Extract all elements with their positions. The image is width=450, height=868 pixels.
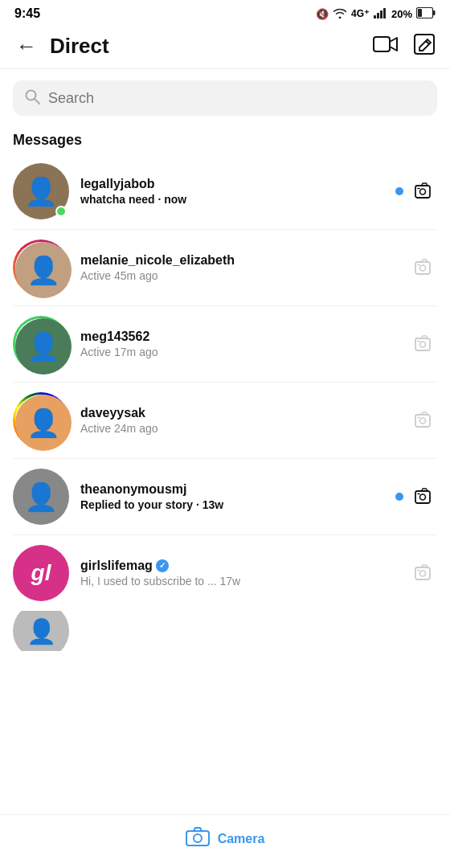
- bottom-camera-label: Camera: [218, 832, 265, 846]
- message-list: 👤 legallyjabob whatcha need · now 👤: [0, 154, 450, 651]
- message-info: melanie_nicole_elizabeth Active 45m ago: [80, 253, 408, 282]
- camera-icon[interactable]: [415, 564, 437, 582]
- svg-rect-17: [415, 338, 430, 350]
- message-preview: Active 24m ago: [80, 422, 408, 435]
- header-title: Direct: [50, 34, 109, 59]
- svg-rect-29: [186, 831, 209, 845]
- bottom-bar: Camera: [0, 814, 450, 868]
- status-time: 9:45: [14, 6, 40, 21]
- message-info: theanonymousmj Replied to your story · 1…: [80, 482, 389, 511]
- svg-point-27: [420, 571, 426, 576]
- message-username: melanie_nicole_elizabeth: [80, 253, 408, 268]
- bottom-camera-icon[interactable]: [186, 826, 210, 852]
- camera-icon[interactable]: [415, 488, 437, 506]
- message-actions: [415, 564, 437, 582]
- svg-rect-0: [374, 15, 376, 18]
- search-icon: [24, 88, 40, 108]
- message-username: meg143562: [80, 330, 408, 344]
- message-username: legallyjabob: [80, 177, 389, 191]
- message-preview: Active 17m ago: [80, 346, 408, 358]
- message-username: girlslifemag✓: [80, 559, 408, 573]
- message-item-legallyjabob[interactable]: 👤 legallyjabob whatcha need · now: [0, 154, 450, 229]
- verified-badge: ✓: [156, 559, 169, 572]
- camera-icon[interactable]: [415, 259, 437, 276]
- svg-rect-7: [374, 37, 390, 51]
- svg-point-30: [194, 834, 202, 842]
- svg-rect-11: [415, 186, 430, 198]
- online-dot: [55, 206, 67, 217]
- avatar-wrap: gl: [13, 545, 69, 601]
- battery-icon: [416, 7, 436, 21]
- svg-point-21: [420, 418, 426, 424]
- unread-dot: [395, 493, 403, 501]
- message-username: daveyysak: [80, 406, 408, 420]
- svg-line-10: [35, 99, 39, 104]
- message-preview: Hi, I used to subscribe to ... 17w: [80, 575, 408, 588]
- message-actions: [395, 488, 437, 506]
- search-container: [0, 69, 450, 124]
- message-item-daveyysak[interactable]: 👤 daveyysak Active 24m ago: [0, 383, 450, 458]
- camera-icon[interactable]: [415, 335, 437, 353]
- svg-point-15: [420, 265, 426, 271]
- back-button[interactable]: ←: [11, 32, 42, 60]
- message-actions: [415, 259, 437, 276]
- header-left: ← Direct: [11, 32, 109, 60]
- message-preview: Replied to your story · 13w: [80, 498, 389, 511]
- unread-dot: [395, 187, 403, 195]
- signal-bars-icon: [373, 7, 387, 21]
- mute-icon: 🔇: [316, 8, 329, 20]
- svg-rect-5: [418, 9, 422, 17]
- svg-rect-8: [415, 35, 434, 54]
- avatar-wrap: 👤: [13, 392, 69, 448]
- svg-rect-20: [415, 415, 430, 427]
- svg-rect-6: [433, 10, 436, 15]
- message-item-partial[interactable]: 👤: [0, 611, 450, 651]
- message-preview: Active 45m ago: [80, 269, 408, 282]
- message-actions: [415, 335, 437, 353]
- header-right: [373, 33, 436, 60]
- compose-icon[interactable]: [413, 33, 436, 60]
- status-icons: 🔇 4G⁺ 20%: [316, 7, 436, 21]
- message-preview: whatcha need · now: [80, 193, 389, 206]
- message-item-melanie_nicole_elizabeth[interactable]: 👤 melanie_nicole_elizabeth Active 45m ag…: [0, 230, 450, 305]
- avatar-wrap: 👤: [13, 316, 69, 372]
- message-item-girlslifemag[interactable]: gl girlslifemag✓ Hi, I used to subscribe…: [0, 535, 450, 611]
- message-info: daveyysak Active 24m ago: [80, 406, 408, 435]
- video-call-icon[interactable]: [373, 35, 399, 59]
- camera-icon[interactable]: [415, 182, 437, 200]
- message-info: meg143562 Active 17m ago: [80, 330, 408, 358]
- svg-rect-23: [415, 491, 430, 503]
- wifi-icon: [333, 7, 347, 21]
- svg-point-12: [420, 189, 426, 194]
- avatar-wrap: 👤: [13, 163, 69, 219]
- message-actions: [395, 182, 437, 200]
- search-input[interactable]: [48, 90, 426, 107]
- svg-rect-1: [377, 13, 379, 18]
- svg-rect-14: [415, 262, 430, 274]
- status-bar: 9:45 🔇 4G⁺ 20%: [0, 0, 450, 26]
- search-box[interactable]: [13, 80, 437, 116]
- message-actions: [415, 411, 437, 429]
- svg-rect-26: [415, 567, 430, 579]
- camera-icon[interactable]: [415, 411, 437, 429]
- message-info: legallyjabob whatcha need · now: [80, 177, 389, 206]
- battery-label: 20%: [391, 8, 412, 20]
- avatar-wrap: 👤: [13, 240, 69, 296]
- signal-label: 4G⁺: [351, 8, 369, 19]
- svg-rect-2: [380, 10, 382, 18]
- message-item-meg143562[interactable]: 👤 meg143562 Active 17m ago: [0, 306, 450, 382]
- svg-rect-3: [383, 8, 386, 18]
- svg-point-24: [420, 494, 426, 500]
- avatar-wrap: 👤: [13, 469, 69, 525]
- svg-point-18: [420, 342, 426, 347]
- messages-section-label: Messages: [0, 124, 450, 154]
- message-username: theanonymousmj: [80, 482, 389, 497]
- message-item-theanonymousmj[interactable]: 👤 theanonymousmj Replied to your story ·…: [0, 459, 450, 534]
- message-info: girlslifemag✓ Hi, I used to subscribe to…: [80, 559, 408, 588]
- header: ← Direct: [0, 26, 450, 69]
